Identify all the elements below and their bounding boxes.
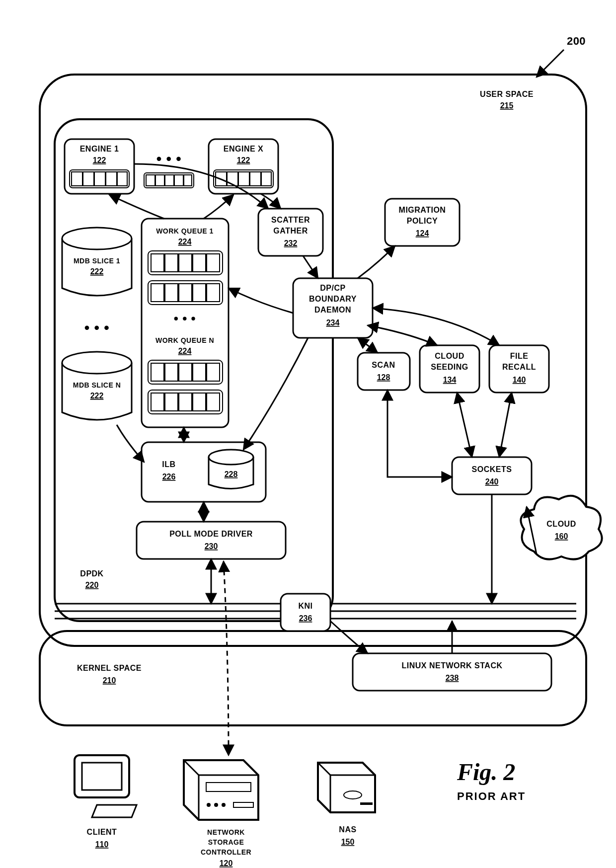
figure-subtitle: PRIOR ART: [457, 790, 526, 802]
svg-text:DAEMON: DAEMON: [314, 306, 351, 314]
figure-label: Fig. 2: [457, 759, 515, 785]
svg-text:FILE: FILE: [510, 352, 529, 360]
svg-text:222: 222: [90, 392, 104, 400]
svg-text:SOCKETS: SOCKETS: [472, 465, 512, 473]
engine-x: ENGINE X 122: [209, 139, 278, 194]
client-icon: CLIENT 110: [75, 755, 137, 849]
svg-rect-45: [207, 284, 220, 302]
svg-rect-99: [281, 594, 330, 631]
mid-cells: [144, 173, 194, 188]
svg-rect-41: [151, 284, 164, 302]
svg-text:NETWORK: NETWORK: [207, 828, 245, 836]
svg-text:• • •: • • •: [84, 319, 110, 336]
svg-text:236: 236: [299, 614, 312, 623]
svg-rect-39: [207, 254, 220, 272]
engine-1: ENGINE 1 122: [65, 139, 134, 194]
svg-text:RECALL: RECALL: [502, 363, 536, 371]
svg-text:238: 238: [446, 674, 459, 682]
svg-text:234: 234: [326, 318, 340, 327]
svg-text:228: 228: [225, 470, 238, 478]
svg-rect-52: [179, 363, 192, 381]
svg-text:222: 222: [90, 267, 104, 276]
svg-rect-9: [117, 172, 127, 186]
svg-rect-102: [353, 653, 551, 691]
svg-rect-56: [151, 393, 164, 411]
svg-text:120: 120: [220, 859, 233, 868]
svg-text:GATHER: GATHER: [273, 227, 308, 235]
diagram: 200 USER SPACE 215 DPDK 220 ENGINE 1 122…: [10, 10, 616, 868]
mdb-slice-n: MDB SLICE N 222: [62, 352, 132, 420]
svg-rect-5: [72, 172, 82, 186]
svg-text:134: 134: [443, 376, 457, 384]
svg-text:MIGRATION: MIGRATION: [399, 206, 446, 214]
svg-text:CLIENT: CLIENT: [87, 828, 117, 836]
svg-text:SCATTER: SCATTER: [271, 216, 310, 224]
svg-text:KNI: KNI: [298, 602, 312, 610]
svg-rect-53: [193, 363, 206, 381]
dpdk-label: DPDK: [80, 569, 103, 578]
svg-text:LINUX NETWORK STACK: LINUX NETWORK STACK: [402, 661, 503, 670]
svg-text:226: 226: [162, 473, 176, 481]
svg-point-124: [344, 791, 362, 799]
svg-text:WORK QUEUE N: WORK QUEUE N: [155, 336, 214, 344]
kernel-space-ref: 210: [103, 676, 116, 685]
svg-point-29: [62, 352, 132, 374]
svg-rect-11: [146, 175, 155, 186]
svg-rect-50: [151, 363, 164, 381]
svg-text:CLOUD: CLOUD: [546, 520, 576, 528]
svg-text:ILB: ILB: [162, 460, 175, 469]
svg-text:WORK QUEUE 1: WORK QUEUE 1: [156, 227, 214, 235]
svg-text:122: 122: [93, 156, 106, 164]
linux-network-stack: LINUX NETWORK STACK 238: [353, 653, 551, 691]
svg-text:ENGINE X: ENGINE X: [224, 145, 263, 153]
svg-text:POLL MODE DRIVER: POLL MODE DRIVER: [169, 530, 253, 538]
svg-text:240: 240: [485, 477, 499, 486]
kernel-space-label: KERNEL SPACE: [77, 664, 142, 672]
cloud-icon: CLOUD 160: [521, 496, 602, 559]
svg-rect-36: [165, 254, 178, 272]
svg-rect-38: [193, 254, 206, 272]
svg-rect-57: [165, 393, 178, 411]
svg-text:DP/CP: DP/CP: [320, 284, 345, 292]
svg-rect-14: [174, 175, 183, 186]
svg-rect-66: [137, 522, 286, 559]
sockets: SOCKETS 240: [452, 457, 532, 494]
svg-rect-35: [151, 254, 164, 272]
svg-text:200: 200: [567, 35, 586, 47]
svg-point-25: [62, 228, 132, 249]
network-storage-controller-icon: NETWORK STORAGE CONTROLLER 120: [184, 760, 258, 868]
svg-rect-43: [179, 284, 192, 302]
svg-rect-13: [165, 175, 174, 186]
svg-rect-58: [179, 393, 192, 411]
svg-rect-60: [207, 393, 220, 411]
svg-rect-8: [106, 172, 117, 186]
svg-text:SCAN: SCAN: [372, 361, 395, 369]
svg-rect-42: [165, 284, 178, 302]
svg-text:• • •: • • •: [174, 311, 196, 326]
svg-rect-112: [206, 783, 251, 791]
svg-text:140: 140: [513, 376, 526, 384]
svg-text:150: 150: [341, 838, 355, 846]
svg-rect-37: [179, 254, 192, 272]
svg-rect-44: [193, 284, 206, 302]
dpdk-ref: 220: [85, 581, 99, 589]
ilb: ILB 226 228: [142, 442, 266, 502]
scatter-gather: SCATTER GATHER 232: [258, 209, 323, 256]
user-space-ref: 215: [500, 101, 514, 110]
svg-rect-15: [184, 175, 192, 186]
svg-rect-51: [165, 363, 178, 381]
dpcp-daemon: DP/CP BOUNDARY DAEMON 234: [293, 278, 373, 338]
svg-text:MDB SLICE 1: MDB SLICE 1: [74, 257, 120, 265]
svg-text:ENGINE 1: ENGINE 1: [80, 145, 119, 153]
svg-text:BOUNDARY: BOUNDARY: [309, 295, 357, 303]
svg-text:110: 110: [95, 840, 109, 849]
svg-text:NAS: NAS: [339, 825, 356, 834]
svg-text:CLOUD: CLOUD: [435, 352, 464, 360]
svg-text:124: 124: [416, 229, 429, 237]
figure-ref: 200: [537, 35, 586, 77]
svg-rect-23: [250, 172, 261, 186]
nas-icon: NAS 150: [318, 763, 375, 846]
svg-point-114: [214, 803, 218, 807]
svg-point-115: [222, 803, 226, 807]
svg-text:SEEDING: SEEDING: [431, 363, 468, 371]
